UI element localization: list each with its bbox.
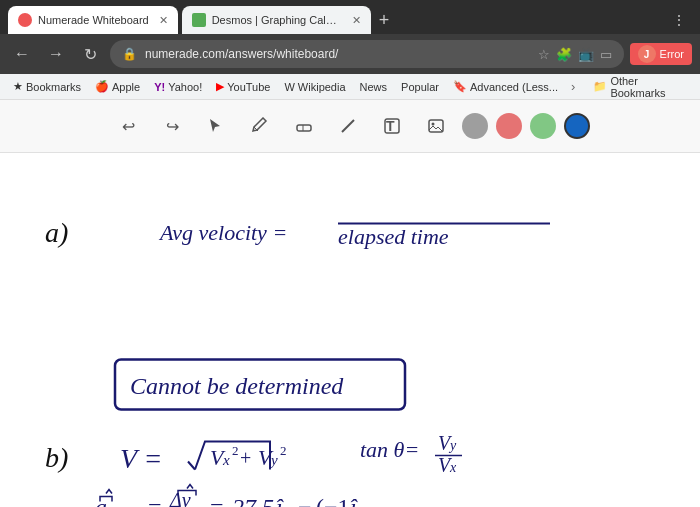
- svg-text:=: =: [210, 494, 224, 508]
- select-tool[interactable]: [198, 108, 234, 144]
- yahoo-label: Yahoo!: [168, 81, 202, 93]
- toolbar: ↩ ↪ T: [0, 100, 700, 153]
- browser-chrome: Numerade Whiteboard ✕ Desmos | Graphing …: [0, 0, 700, 100]
- tab-desmos-title: Desmos | Graphing Calculato...: [212, 14, 342, 26]
- bookmarks-label: Bookmarks: [26, 81, 81, 93]
- error-label: Error: [660, 48, 684, 60]
- window-icon[interactable]: ▭: [600, 47, 612, 62]
- svg-text:î: î: [350, 494, 358, 508]
- lock-icon: 🔒: [122, 47, 137, 61]
- svg-point-6: [432, 123, 435, 126]
- forward-button[interactable]: →: [42, 40, 70, 68]
- svg-text:=: =: [148, 494, 162, 508]
- svg-text:2: 2: [280, 443, 287, 458]
- nav-bar: ← → ↻ 🔒 numerade.com/answers/whiteboard/…: [0, 34, 700, 74]
- svg-text:y: y: [448, 438, 457, 453]
- svg-text:Cannot be determined: Cannot be determined: [130, 373, 344, 399]
- svg-text:V =: V =: [120, 443, 163, 474]
- youtube-icon: ▶: [216, 80, 224, 93]
- svg-text:y: y: [269, 452, 278, 468]
- other-bookmarks-label: Other Bookmarks: [610, 75, 686, 99]
- tab-close-desmos[interactable]: ✕: [352, 14, 361, 27]
- tab-close-numerade[interactable]: ✕: [159, 14, 168, 27]
- svg-text:T: T: [386, 118, 395, 134]
- other-bookmarks[interactable]: 📁 Other Bookmarks: [587, 73, 692, 101]
- svg-text:x: x: [449, 460, 457, 475]
- pencil-tool[interactable]: [242, 108, 278, 144]
- advanced-icon: 🔖: [453, 80, 467, 93]
- svg-text:elapsed time: elapsed time: [338, 224, 449, 249]
- bookmark-wikipedia[interactable]: W Wikipedia: [279, 79, 350, 95]
- advanced-label: Advanced (Less...: [470, 81, 558, 93]
- svg-text:−: −: [298, 494, 312, 508]
- eraser-tool[interactable]: [286, 108, 322, 144]
- whiteboard: ↩ ↪ T a) Avg velocity =: [0, 100, 700, 507]
- svg-text:Avg velocity =: Avg velocity =: [158, 220, 287, 245]
- bookmarks-more-button[interactable]: ›: [567, 79, 579, 94]
- svg-line-15: [188, 462, 195, 470]
- redo-button[interactable]: ↪: [154, 108, 190, 144]
- desmos-favicon: [192, 13, 206, 27]
- address-bar[interactable]: 🔒 numerade.com/answers/whiteboard/ ☆ 🧩 📺…: [110, 40, 624, 68]
- tab-bar: Numerade Whiteboard ✕ Desmos | Graphing …: [0, 0, 700, 34]
- canvas-area[interactable]: a) Avg velocity = elapsed time Cannot be…: [0, 153, 700, 507]
- folder-icon: 📁: [593, 80, 607, 93]
- color-gray[interactable]: [462, 113, 488, 139]
- wikipedia-icon: W: [284, 81, 294, 93]
- svg-text:x: x: [222, 452, 230, 468]
- bookmark-youtube[interactable]: ▶ YouTube: [211, 78, 275, 95]
- bookmarks-icon: ★: [13, 80, 23, 93]
- svg-rect-0: [297, 125, 311, 131]
- svg-text:Δv: Δv: [169, 489, 191, 508]
- tab-numerade[interactable]: Numerade Whiteboard ✕: [8, 6, 178, 34]
- popular-label: Popular: [401, 81, 439, 93]
- tab-numerade-title: Numerade Whiteboard: [38, 14, 149, 26]
- whiteboard-svg: a) Avg velocity = elapsed time Cannot be…: [0, 153, 700, 507]
- address-text: numerade.com/answers/whiteboard/: [145, 47, 530, 61]
- svg-line-2: [342, 120, 354, 132]
- image-tool[interactable]: [418, 108, 454, 144]
- svg-text:a: a: [95, 494, 107, 508]
- bookmarks-bar: ★ Bookmarks 🍎 Apple Y! Yahoo! ▶ YouTube …: [0, 74, 700, 100]
- undo-button[interactable]: ↩: [110, 108, 146, 144]
- tab-desmos[interactable]: Desmos | Graphing Calculato... ✕: [182, 6, 371, 34]
- numerade-favicon: [18, 13, 32, 27]
- bookmark-popular[interactable]: Popular: [396, 79, 444, 95]
- address-bar-icons: ☆ 🧩 📺 ▭: [538, 47, 612, 62]
- youtube-label: YouTube: [227, 81, 270, 93]
- svg-text:a): a): [45, 217, 68, 248]
- news-label: News: [360, 81, 388, 93]
- svg-text:+: +: [240, 447, 251, 469]
- bookmark-apple[interactable]: 🍎 Apple: [90, 78, 145, 95]
- refresh-button[interactable]: ↻: [76, 40, 104, 68]
- cast-icon[interactable]: 📺: [578, 47, 594, 62]
- bookmark-news[interactable]: News: [355, 79, 393, 95]
- profile-avatar: J: [638, 45, 656, 63]
- svg-text:2: 2: [232, 443, 239, 458]
- apple-label: Apple: [112, 81, 140, 93]
- bookmark-bookmarks[interactable]: ★ Bookmarks: [8, 78, 86, 95]
- svg-text:tan θ=: tan θ=: [360, 437, 419, 462]
- new-tab-button[interactable]: +: [371, 10, 398, 31]
- svg-text:27.5: 27.5: [232, 494, 274, 508]
- bookmark-advanced[interactable]: 🔖 Advanced (Less...: [448, 78, 563, 95]
- color-blue[interactable]: [564, 113, 590, 139]
- svg-text:î: î: [276, 494, 284, 508]
- wikipedia-label: Wikipedia: [298, 81, 346, 93]
- line-tool[interactable]: [330, 108, 366, 144]
- svg-text:(: (: [316, 494, 324, 508]
- yahoo-icon: Y!: [154, 81, 165, 93]
- extension-icon[interactable]: 🧩: [556, 47, 572, 62]
- color-pink[interactable]: [496, 113, 522, 139]
- bookmark-star-icon[interactable]: ☆: [538, 47, 550, 62]
- tab-menu-dots[interactable]: ⋮: [666, 12, 692, 28]
- profile-button[interactable]: J Error: [630, 43, 692, 65]
- apple-icon: 🍎: [95, 80, 109, 93]
- svg-text:b): b): [45, 442, 68, 473]
- text-tool[interactable]: T: [374, 108, 410, 144]
- back-button[interactable]: ←: [8, 40, 36, 68]
- svg-text:−1: −1: [324, 494, 350, 508]
- bookmark-yahoo[interactable]: Y! Yahoo!: [149, 79, 207, 95]
- color-green[interactable]: [530, 113, 556, 139]
